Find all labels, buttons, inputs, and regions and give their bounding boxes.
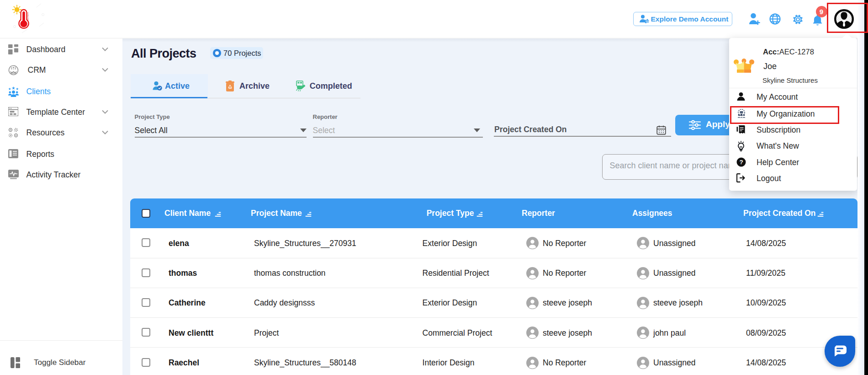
svg-text:?: ? bbox=[739, 159, 743, 166]
svg-text:G: G bbox=[28, 19, 29, 21]
